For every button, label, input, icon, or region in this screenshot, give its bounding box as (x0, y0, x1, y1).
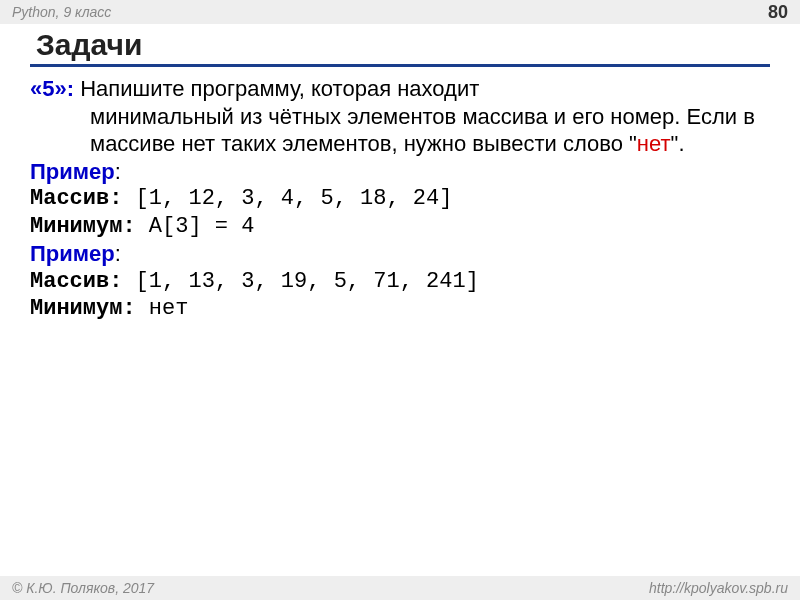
slide-page: Python, 9 класс 80 Задачи «5»: Напишите … (0, 0, 800, 600)
example-1-label: Пример: (30, 158, 770, 186)
footer-copyright: © К.Ю. Поляков, 2017 (12, 580, 154, 596)
task-description: «5»: Напишите программу, которая находит… (30, 75, 770, 158)
content-area: Задачи «5»: Напишите программу, которая … (0, 24, 800, 323)
example-2-min: Минимум: нет (30, 295, 770, 323)
header-subject: Python, 9 класс (12, 4, 111, 20)
page-number: 80 (768, 2, 788, 23)
grade-label: «5»: (30, 76, 74, 101)
task-text-2: минимальный из чётных элементов массива … (30, 103, 770, 158)
heading-underline: Задачи (30, 28, 770, 67)
red-word: нет (637, 131, 671, 156)
footer-bar: © К.Ю. Поляков, 2017 http://kpolyakov.sp… (0, 576, 800, 600)
page-title: Задачи (30, 28, 770, 62)
example-2-array: Массив: [1, 13, 3, 19, 5, 71, 241] (30, 268, 770, 296)
footer-url: http://kpolyakov.spb.ru (649, 580, 788, 596)
example-1-min: Минимум: A[3] = 4 (30, 213, 770, 241)
header-bar: Python, 9 класс 80 (0, 0, 800, 24)
task-text-1: Напишите программу, которая находит (74, 76, 479, 101)
example-1-array: Массив: [1, 12, 3, 4, 5, 18, 24] (30, 185, 770, 213)
example-2-label: Пример: (30, 240, 770, 268)
